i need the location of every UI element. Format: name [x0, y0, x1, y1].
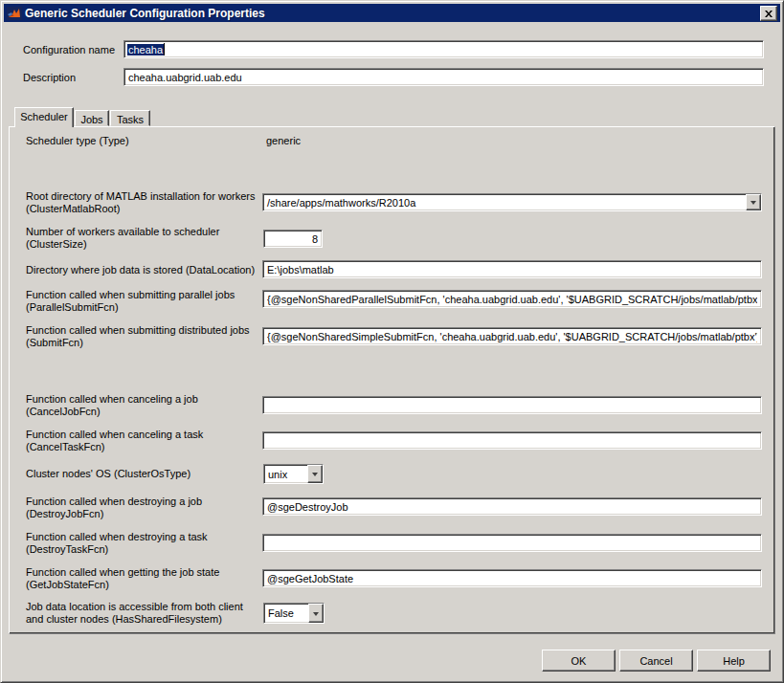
- description-input[interactable]: [123, 68, 764, 86]
- scheduler-tab-panel: [9, 126, 775, 634]
- description-label: Description: [23, 72, 76, 84]
- tab-jobs[interactable]: Jobs: [75, 110, 109, 126]
- cancel-button[interactable]: Cancel: [619, 650, 693, 672]
- config-name-input[interactable]: cheaha: [123, 40, 764, 58]
- text-caret: [164, 43, 165, 55]
- close-icon: [765, 11, 773, 17]
- title-bar: Generic Scheduler Configuration Properti…: [4, 4, 780, 22]
- matlab-icon: [7, 6, 22, 21]
- tab-tasks[interactable]: Tasks: [110, 110, 150, 126]
- help-button[interactable]: Help: [697, 650, 771, 672]
- config-name-label: Configuration name: [23, 44, 115, 56]
- selected-text: cheaha: [127, 44, 164, 55]
- dialog-window: Generic Scheduler Configuration Properti…: [0, 0, 784, 683]
- ok-button[interactable]: OK: [542, 650, 616, 672]
- close-button[interactable]: [760, 6, 777, 21]
- window-title: Generic Scheduler Configuration Properti…: [25, 7, 265, 20]
- tab-scheduler[interactable]: Scheduler: [14, 107, 74, 127]
